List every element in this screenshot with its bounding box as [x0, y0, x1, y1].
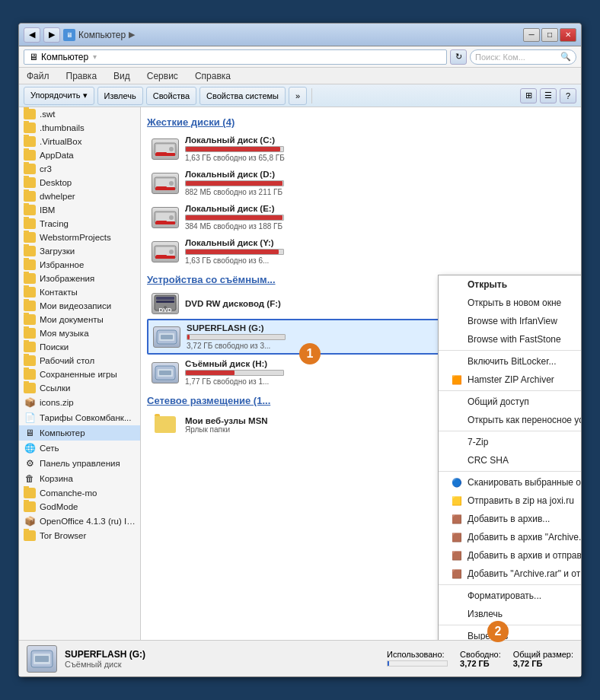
- close-button[interactable]: ✕: [560, 28, 576, 42]
- ctx-irfanview[interactable]: Browse with IrfanView: [439, 312, 581, 330]
- sidebar-label: Рабочий стол: [40, 356, 94, 365]
- help-button[interactable]: ?: [560, 88, 576, 103]
- sidebar-label: AppData: [40, 151, 74, 160]
- ctx-hamster[interactable]: 🟧 Hamster ZIP Archiver: [439, 371, 581, 389]
- sidebar-item-dwhelper[interactable]: dwhelper: [19, 189, 140, 203]
- sidebar-item-desktop2[interactable]: Рабочий стол: [19, 354, 140, 368]
- drive-y-progress-bg: [185, 249, 284, 255]
- menu-file[interactable]: Файл: [24, 69, 53, 83]
- svg-point-14: [169, 250, 174, 254]
- svg-rect-7: [156, 186, 167, 189]
- menu-view[interactable]: Вид: [110, 69, 133, 83]
- minimize-button[interactable]: ─: [523, 28, 540, 42]
- ctx-cut[interactable]: Вырезать: [439, 627, 581, 640]
- sidebar-item-swt[interactable]: .swt: [19, 107, 140, 121]
- drive-c[interactable]: Локальный диск (C:) 1,63 ГБ свободно из …: [147, 132, 575, 165]
- sidebar-item-godmode[interactable]: GodMode: [19, 500, 140, 514]
- ctx-7zip[interactable]: 7-Zip: [439, 433, 581, 451]
- drive-e-progress-bg: [185, 215, 284, 221]
- folder-icon: [24, 218, 36, 229]
- sidebar-item-thumbnails[interactable]: .thumbnails: [19, 121, 140, 135]
- sidebar-item-ibm[interactable]: IBM: [19, 203, 140, 217]
- drive-y[interactable]: Локальный диск (Y:) 1,63 ГБ свободно из …: [147, 235, 575, 268]
- drive-c-progress-bg: [185, 146, 284, 152]
- sidebar-item-videos[interactable]: Мои видеозаписи: [19, 299, 140, 313]
- sidebar-item-virtualbox[interactable]: .VirtualBox: [19, 135, 140, 148]
- ctx-format[interactable]: Форматировать...: [439, 587, 581, 605]
- system-properties-button[interactable]: Свойства системы: [199, 87, 286, 105]
- ctx-add-archive-rar-email[interactable]: 🟫 Добавить "Archive.rar" и отправить по …: [439, 565, 581, 583]
- menu-edit[interactable]: Правка: [63, 69, 101, 83]
- ctx-add-archive-email[interactable]: 🟫 Добавить в архив и отправить по e-mail…: [439, 546, 581, 565]
- ctx-scan[interactable]: 🔵 Сканировать выбранные области на налич…: [439, 473, 581, 492]
- folder-icon: [24, 314, 36, 325]
- ctx-eject[interactable]: Извлечь: [439, 605, 581, 623]
- maximize-button[interactable]: □: [541, 28, 558, 42]
- sidebar-item-controlpanel[interactable]: ⚙ Панель управления: [19, 456, 140, 471]
- properties-button[interactable]: Свойства: [146, 87, 196, 105]
- sidebar-item-cr3[interactable]: cr3: [19, 162, 140, 176]
- sidebar-item-network[interactable]: 🌐 Сеть: [19, 441, 140, 456]
- ctx-sep5: [439, 584, 581, 585]
- drive-y-name: Локальный диск (Y:): [185, 238, 570, 247]
- sidebar-item-images[interactable]: Изображения: [19, 272, 140, 285]
- ctx-bitlocker[interactable]: Включить BitLocker...: [439, 352, 581, 371]
- ctx-open-new-window[interactable]: Открыть в новом окне: [439, 294, 581, 312]
- drive-c-progress-fill: [186, 147, 280, 151]
- ctx-share[interactable]: Общий доступ: [439, 393, 581, 411]
- sidebar-item-webstorm[interactable]: WebstormProjects: [19, 231, 140, 244]
- eject-button[interactable]: Извлечь: [97, 87, 143, 105]
- sidebar-item-searches[interactable]: Поиски: [19, 340, 140, 354]
- sidebar-item-docs[interactable]: Мои документы: [19, 313, 140, 326]
- sidebar-item-tarifs[interactable]: 📄 Тарифы Совкомбанк...: [19, 410, 140, 425]
- sidebar-item-contacts[interactable]: Контакты: [19, 285, 140, 299]
- sidebar-label: Загрузки: [40, 247, 75, 256]
- sidebar-item-comanche[interactable]: Comanche-mo: [19, 486, 140, 500]
- sidebar-item-links[interactable]: Ссылки: [19, 381, 140, 395]
- view-mode-button[interactable]: ⊞: [520, 88, 537, 103]
- sidebar-label: dwhelper: [40, 192, 75, 201]
- window-controls: ─ □ ✕: [523, 28, 576, 42]
- organize-button[interactable]: Упорядочить ▾: [24, 87, 94, 105]
- folder-icon: [24, 150, 36, 161]
- status-details: Использовано: Свободно: 3,72 ГБ Общий ра…: [387, 650, 573, 668]
- drive-d-progress-fill: [186, 181, 282, 186]
- more-button[interactable]: »: [289, 87, 307, 105]
- sidebar-item-favorites[interactable]: Избранное: [19, 258, 140, 272]
- sidebar-item-desktop[interactable]: Desktop: [19, 176, 140, 189]
- drive-y-info: Локальный диск (Y:) 1,63 ГБ свободно из …: [185, 238, 570, 265]
- ctx-faststone-icon: [451, 333, 463, 345]
- svg-point-6: [169, 181, 174, 186]
- ctx-add-archive-rar[interactable]: 🟫 Добавить в архив "Archive.rar": [439, 528, 581, 546]
- sidebar-item-tracing[interactable]: Tracing: [19, 217, 140, 231]
- ctx-hamster-icon: 🟧: [451, 374, 463, 386]
- drive-d[interactable]: Локальный диск (D:) 882 МБ свободно из 2…: [147, 167, 575, 199]
- ctx-faststone[interactable]: Browse with FastStone: [439, 330, 581, 348]
- menu-tools[interactable]: Сервис: [144, 69, 181, 83]
- ctx-joxi[interactable]: 🟨 Отправить в zip на joxi.ru: [439, 492, 581, 510]
- back-button[interactable]: ◀: [24, 27, 40, 43]
- sidebar-item-appdata[interactable]: AppData: [19, 148, 140, 162]
- drive-e[interactable]: Локальный диск (E:) 384 МБ свободно из 1…: [147, 201, 575, 234]
- sidebar-item-openoffice[interactable]: 📦 OpenOffice 4.1.3 (ru) Ins...: [19, 514, 140, 529]
- sidebar-item-trash[interactable]: 🗑 Корзина: [19, 471, 140, 486]
- ctx-portable[interactable]: Открыть как переносное устройство: [439, 411, 581, 429]
- ctx-crcsha[interactable]: CRC SHA: [439, 451, 581, 469]
- sidebar-item-computer[interactable]: 🖥 Компьютер: [19, 425, 140, 441]
- view-controls: ⊞ ☰ ?: [520, 88, 576, 103]
- forward-button[interactable]: ▶: [43, 27, 60, 43]
- sidebar-item-iconszip[interactable]: 📦 icons.zip: [19, 395, 140, 410]
- address-field[interactable]: 🖥 Компьютер ▾: [24, 49, 447, 65]
- sidebar-item-savedgames[interactable]: Сохраненные игры: [19, 368, 140, 381]
- search-box[interactable]: Поиск: Ком... 🔍: [470, 49, 576, 65]
- folder-icon: [24, 301, 36, 311]
- sidebar-item-music[interactable]: Моя музыка: [19, 326, 140, 340]
- view-list-button[interactable]: ☰: [540, 88, 557, 103]
- sidebar-item-downloads[interactable]: Загрузки: [19, 244, 140, 258]
- menu-help[interactable]: Справка: [192, 69, 234, 83]
- ctx-open[interactable]: Открыть: [439, 275, 581, 294]
- sidebar-item-torbrowser[interactable]: Tor Browser: [19, 529, 140, 542]
- ctx-add-archive[interactable]: 🟫 Добавить в архив...: [439, 510, 581, 528]
- refresh-button[interactable]: ↻: [450, 49, 467, 65]
- ctx-eject-label: Извлечь: [468, 609, 503, 619]
